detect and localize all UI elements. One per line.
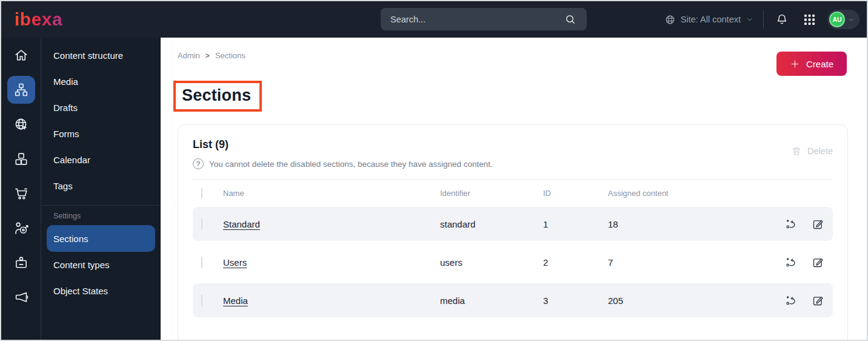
row-checkbox[interactable]	[201, 295, 202, 306]
section-identifier: media	[440, 295, 543, 306]
user-menu[interactable]: AU	[827, 10, 860, 29]
list-hint: You cannot delete the disabled sections,…	[193, 158, 493, 169]
list-title: List (9)	[193, 138, 493, 151]
column-header-id: ID	[543, 189, 608, 198]
breadcrumb: Admin > Sections	[178, 51, 245, 60]
table-header: Name Identifier ID Assigned content	[193, 180, 833, 207]
table-row: Standard standard 1 18	[193, 207, 833, 241]
rail-item-subscriptions[interactable]	[1, 245, 41, 280]
menu-divider	[41, 205, 161, 206]
help-icon	[193, 158, 204, 169]
breadcrumb-current: Sections	[215, 51, 245, 60]
column-header-assigned-content: Assigned content	[608, 189, 766, 198]
app-grid-icon[interactable]	[800, 10, 818, 29]
row-checkbox[interactable]	[201, 257, 202, 268]
assign-content-icon[interactable]	[784, 217, 798, 231]
sidebar-item-drafts[interactable]: Drafts	[41, 95, 161, 121]
section-id: 3	[543, 295, 608, 306]
rail-item-commerce[interactable]	[1, 176, 41, 211]
products-icon	[7, 145, 35, 173]
annotation-highlight-box: Sections	[173, 81, 262, 112]
delete-button[interactable]: Delete	[791, 146, 833, 157]
sidebar-item-sections[interactable]: Sections	[47, 225, 155, 252]
section-name-link[interactable]: Standard	[223, 219, 260, 229]
site-context-label: Site: All context	[681, 15, 741, 24]
main-content: Admin > Sections Create Sections List (9…	[161, 38, 867, 340]
avatar: AU	[829, 12, 845, 27]
rail-item-personalization[interactable]	[1, 211, 41, 245]
sidebar-item-content-structure[interactable]: Content structure	[41, 42, 161, 69]
websites-icon	[7, 110, 35, 138]
search-input[interactable]	[390, 15, 561, 24]
trash-icon	[791, 146, 802, 157]
breadcrumb-admin[interactable]: Admin	[178, 51, 200, 60]
rail-item-products[interactable]	[1, 141, 41, 176]
content-structure-icon	[7, 76, 35, 104]
section-name-link[interactable]: Media	[223, 295, 248, 306]
assign-content-icon[interactable]	[784, 255, 798, 269]
table-row: Users users 2 7	[193, 245, 833, 279]
sidebar-item-tags[interactable]: Tags	[41, 173, 161, 199]
topbar-actions: Site: All context AU	[664, 1, 860, 38]
sidebar-item-object-states[interactable]: Object States	[41, 278, 161, 304]
chevron-down-icon	[746, 15, 754, 24]
global-search[interactable]	[381, 8, 587, 30]
section-assigned-content: 18	[608, 219, 766, 229]
app-window: ibexa Site: All context	[0, 0, 868, 341]
section-id: 2	[543, 257, 608, 268]
edit-icon[interactable]	[811, 255, 824, 269]
list-title-block: List (9) You cannot delete the disabled …	[193, 138, 493, 169]
section-name-link[interactable]: Users	[223, 257, 247, 268]
section-id: 1	[543, 219, 608, 229]
edit-icon[interactable]	[811, 294, 824, 307]
sidebar-menu: Content structure Media Drafts Forms Cal…	[41, 38, 161, 340]
table-row: Media media 3 205	[193, 283, 833, 317]
rail-item-websites[interactable]	[1, 107, 41, 141]
sidebar-item-content-types[interactable]: Content types	[41, 252, 161, 278]
create-button[interactable]: Create	[776, 52, 847, 76]
sections-list-card: List (9) You cannot delete the disabled …	[178, 124, 848, 340]
page-title: Sections	[182, 86, 251, 105]
edit-icon[interactable]	[811, 217, 824, 231]
megaphone-icon	[7, 283, 35, 311]
section-assigned-content: 205	[608, 295, 766, 306]
settings-heading: Settings	[53, 212, 161, 220]
badge-icon	[7, 249, 35, 277]
rail-item-content[interactable]	[1, 72, 41, 107]
list-hint-text: You cannot delete the disabled sections,…	[209, 160, 493, 169]
notifications-bell-icon[interactable]	[773, 10, 791, 29]
home-icon	[7, 41, 35, 69]
section-identifier: users	[440, 257, 543, 268]
assign-content-icon[interactable]	[784, 294, 798, 307]
create-button-label: Create	[806, 59, 833, 69]
row-checkbox[interactable]	[201, 218, 202, 230]
topbar-divider	[763, 10, 764, 29]
ibexa-logo[interactable]: ibexa	[15, 10, 62, 29]
rail-item-marketing[interactable]	[1, 280, 41, 314]
site-context-dropdown[interactable]: Site: All context	[664, 14, 754, 25]
chevron-down-icon	[847, 16, 855, 24]
column-header-name: Name	[223, 189, 440, 198]
select-all-checkbox[interactable]	[201, 188, 202, 198]
plus-icon	[790, 59, 800, 69]
list-card-header: List (9) You cannot delete the disabled …	[193, 138, 833, 169]
icon-rail	[1, 38, 41, 340]
sidebar-item-calendar[interactable]: Calendar	[41, 147, 161, 173]
sidebar-item-forms[interactable]: Forms	[41, 121, 161, 147]
commerce-cart-icon	[7, 180, 35, 208]
globe-icon	[664, 14, 676, 25]
sidebar-item-media[interactable]: Media	[41, 69, 161, 95]
column-header-identifier: Identifier	[440, 189, 543, 198]
topbar: ibexa Site: All context	[1, 1, 867, 38]
rail-item-dashboard[interactable]	[1, 38, 41, 72]
breadcrumb-separator: >	[205, 52, 210, 60]
personalization-icon	[7, 214, 35, 242]
section-assigned-content: 7	[608, 257, 766, 268]
search-icon[interactable]	[561, 10, 579, 29]
section-identifier: standard	[440, 219, 543, 229]
delete-button-label: Delete	[807, 146, 833, 156]
